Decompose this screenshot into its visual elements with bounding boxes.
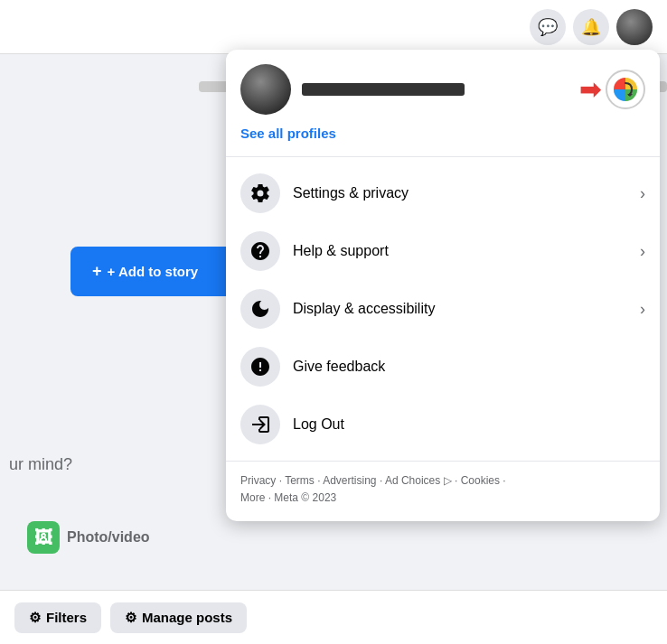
help-chevron: › bbox=[640, 242, 645, 261]
display-accessibility-left: Display & accessibility bbox=[240, 289, 435, 329]
menu-items-list: Settings & privacy › Help & support › bbox=[226, 157, 660, 461]
logout-label: Log Out bbox=[293, 416, 344, 433]
dropdown-avatar bbox=[240, 64, 291, 115]
profile-section: ➡ See all profil bbox=[226, 50, 660, 157]
notification-button[interactable]: 🔔 bbox=[573, 9, 609, 45]
manage-posts-icon: ⚙ bbox=[125, 610, 136, 626]
footer-privacy[interactable]: Privacy bbox=[240, 474, 276, 487]
settings-privacy-label: Settings & privacy bbox=[293, 185, 409, 201]
settings-icon bbox=[240, 173, 280, 213]
filters-button[interactable]: ⚙ Filters bbox=[14, 602, 101, 633]
header-avatar[interactable] bbox=[616, 9, 653, 45]
settings-privacy-item[interactable]: Settings & privacy › bbox=[226, 164, 660, 222]
photo-video-button[interactable]: 🖼 Photo/video bbox=[27, 521, 150, 554]
photo-video-label: Photo/video bbox=[67, 529, 150, 546]
footer-separator-4: · bbox=[455, 474, 461, 487]
help-support-label: Help & support bbox=[293, 243, 389, 259]
add-story-label: + Add to story bbox=[108, 264, 199, 279]
profile-name-redacted bbox=[302, 83, 465, 96]
settings-privacy-left: Settings & privacy bbox=[240, 173, 409, 213]
help-support-item[interactable]: Help & support › bbox=[226, 222, 660, 280]
plus-icon: + bbox=[92, 262, 102, 281]
give-feedback-label: Give feedback bbox=[293, 359, 385, 375]
add-to-story-button[interactable]: + + Add to story bbox=[70, 247, 233, 296]
profile-name bbox=[302, 83, 465, 96]
menu-footer: Privacy · Terms · Advertising · Ad Choic… bbox=[226, 461, 660, 521]
settings-chevron: › bbox=[640, 184, 645, 203]
display-icon bbox=[240, 289, 280, 329]
profile-right-icons: ➡ bbox=[579, 70, 645, 109]
header-bar: 💬 🔔 bbox=[0, 0, 667, 54]
bottom-action-bar: ⚙ Filters ⚙ Manage posts bbox=[0, 590, 667, 644]
logout-left: Log Out bbox=[240, 405, 344, 444]
give-feedback-left: Give feedback bbox=[240, 347, 385, 387]
messenger-button[interactable]: 💬 bbox=[530, 9, 566, 45]
see-all-profiles-link[interactable]: See all profiles bbox=[240, 126, 336, 141]
notification-icon: 🔔 bbox=[581, 17, 601, 37]
help-support-left: Help & support bbox=[240, 231, 389, 271]
update-icon-button[interactable] bbox=[606, 70, 645, 109]
filters-icon: ⚙ bbox=[29, 610, 41, 626]
messenger-icon: 💬 bbox=[538, 17, 558, 37]
red-arrow-icon: ➡ bbox=[579, 75, 600, 105]
help-icon bbox=[240, 231, 280, 271]
footer-advertising[interactable]: Advertising bbox=[323, 474, 376, 487]
footer-separator-5: · bbox=[503, 474, 505, 487]
photo-video-icon: 🖼 bbox=[27, 521, 60, 554]
footer-meta: Meta © 2023 bbox=[274, 491, 336, 504]
footer-terms[interactable]: Terms bbox=[285, 474, 315, 487]
display-accessibility-item[interactable]: Display & accessibility › bbox=[226, 280, 660, 338]
mind-prompt: ur mind? bbox=[0, 455, 72, 474]
profile-left bbox=[240, 64, 465, 115]
footer-more[interactable]: More bbox=[240, 491, 265, 504]
manage-posts-button[interactable]: ⚙ Manage posts bbox=[110, 602, 247, 633]
footer-cookies[interactable]: Cookies bbox=[461, 474, 500, 487]
filters-label: Filters bbox=[46, 610, 87, 625]
give-feedback-item[interactable]: Give feedback bbox=[226, 338, 660, 396]
manage-posts-label: Manage posts bbox=[142, 610, 232, 625]
profile-dropdown-menu: ➡ See all profil bbox=[226, 50, 660, 521]
profile-row: ➡ bbox=[240, 64, 645, 115]
footer-ad-choices[interactable]: Ad Choices ▷ bbox=[385, 474, 452, 487]
display-accessibility-label: Display & accessibility bbox=[293, 301, 435, 317]
feedback-icon bbox=[240, 347, 280, 387]
linux-style-icon bbox=[612, 76, 639, 103]
display-chevron: › bbox=[640, 300, 645, 319]
logout-icon bbox=[240, 405, 280, 444]
logout-item[interactable]: Log Out bbox=[226, 396, 660, 453]
